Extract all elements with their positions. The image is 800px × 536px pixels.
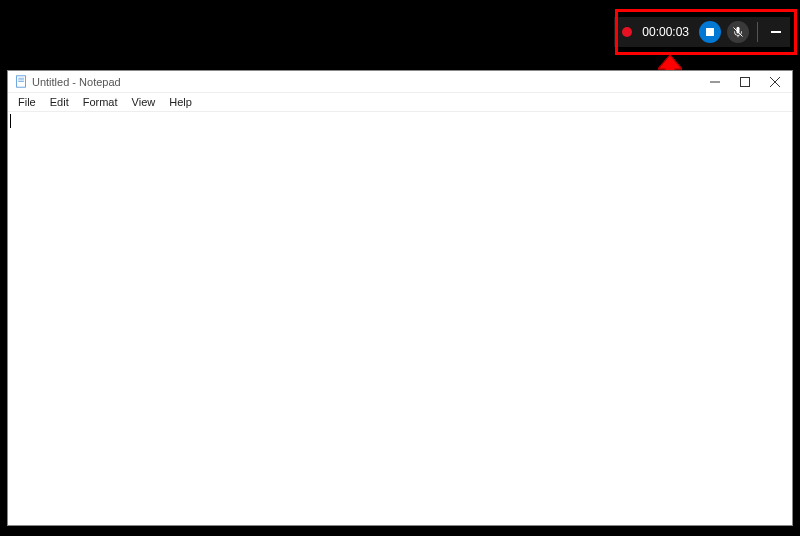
menu-help[interactable]: Help bbox=[163, 95, 198, 109]
window-title: Untitled - Notepad bbox=[32, 76, 700, 88]
microphone-muted-icon bbox=[732, 26, 744, 38]
minimize-button[interactable] bbox=[700, 72, 730, 92]
recording-indicator-icon bbox=[622, 27, 632, 37]
menubar: File Edit Format View Help bbox=[8, 93, 792, 112]
svg-rect-6 bbox=[741, 77, 750, 86]
text-cursor-icon bbox=[10, 114, 11, 128]
minimize-icon bbox=[710, 77, 720, 87]
menu-file[interactable]: File bbox=[12, 95, 42, 109]
minimize-toolbar-button[interactable] bbox=[766, 21, 786, 43]
maximize-button[interactable] bbox=[730, 72, 760, 92]
recording-timer: 00:00:03 bbox=[642, 25, 689, 39]
maximize-icon bbox=[740, 77, 750, 87]
titlebar[interactable]: Untitled - Notepad bbox=[8, 71, 792, 93]
menu-format[interactable]: Format bbox=[77, 95, 124, 109]
menu-view[interactable]: View bbox=[126, 95, 162, 109]
notepad-app-icon bbox=[14, 75, 28, 89]
microphone-toggle-button[interactable] bbox=[727, 21, 749, 43]
notepad-window: Untitled - Notepad File Edit Format View… bbox=[7, 70, 793, 526]
menu-edit[interactable]: Edit bbox=[44, 95, 75, 109]
recording-toolbar: 00:00:03 bbox=[614, 17, 790, 47]
close-button[interactable] bbox=[760, 72, 790, 92]
stop-icon bbox=[706, 28, 714, 36]
stop-recording-button[interactable] bbox=[699, 21, 721, 43]
minimize-icon bbox=[771, 31, 781, 33]
divider bbox=[757, 22, 758, 42]
text-editor-area[interactable] bbox=[8, 112, 792, 525]
window-controls bbox=[700, 72, 790, 92]
close-icon bbox=[770, 77, 780, 87]
